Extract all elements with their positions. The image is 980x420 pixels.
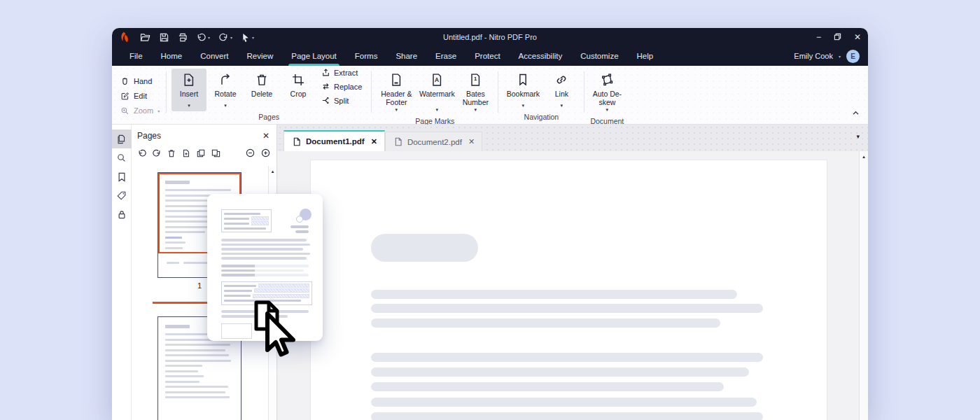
insert-page-icon <box>182 73 196 87</box>
lock-icon <box>118 210 126 219</box>
user-menu[interactable]: Emily Cook ▾ E <box>794 46 860 66</box>
menu-review[interactable]: Review <box>238 46 283 66</box>
chevron-down-icon[interactable]: ▾ <box>252 35 254 40</box>
svg-text:1: 1 <box>474 76 477 82</box>
duplicate-page-button[interactable] <box>197 148 205 160</box>
undo-button[interactable]: ▾ <box>197 33 210 42</box>
avatar[interactable]: E <box>846 50 860 63</box>
bookmark-button[interactable]: Bookmark ▾ <box>503 69 542 111</box>
insert-button[interactable]: Insert ▾ <box>172 69 206 111</box>
delete-button[interactable]: Delete <box>244 69 279 111</box>
header-footer-button[interactable]: Header & Footer ▾ <box>377 69 416 115</box>
menu-accessibility[interactable]: Accessibility <box>510 46 572 66</box>
pages-panel-title: Pages <box>137 131 161 141</box>
rotate-button[interactable]: Rotate ▾ <box>208 69 243 111</box>
scroll-up-icon[interactable]: ▴ <box>269 166 276 176</box>
drag-cursor <box>251 298 315 371</box>
scroll-up-icon[interactable]: ▴ <box>860 151 868 162</box>
undo-page-button[interactable] <box>138 148 146 160</box>
preview-line <box>221 270 304 272</box>
tab-document2[interactable]: Document2.pdf ✕ <box>385 132 482 151</box>
rotate-icon <box>218 73 232 87</box>
menu-customize[interactable]: Customize <box>571 46 627 66</box>
close-tab-icon[interactable]: ✕ <box>468 137 475 146</box>
placeholder-line <box>371 353 763 362</box>
sidebar-nav-strip <box>112 125 132 420</box>
copy-page-button[interactable] <box>211 148 220 160</box>
edit-tool-button[interactable]: Edit <box>120 92 164 101</box>
bookmarks-icon <box>118 172 126 182</box>
menu-erase[interactable]: Erase <box>426 46 465 66</box>
chevron-down-icon: ▾ <box>396 107 398 115</box>
zoom-out-thumbnails-button[interactable] <box>246 148 255 160</box>
sidebar-item-search[interactable] <box>112 148 132 167</box>
minimize-button[interactable]: − <box>816 33 821 41</box>
preview-signature-box <box>221 323 252 339</box>
extract-icon <box>321 68 330 77</box>
menu-share[interactable]: Share <box>386 46 426 66</box>
menu-forms[interactable]: Forms <box>346 46 387 66</box>
delete-page-button[interactable] <box>167 148 176 160</box>
auto-deskew-button[interactable]: Auto De-skew ▾ <box>589 69 624 115</box>
close-button[interactable]: ✕ <box>854 33 861 41</box>
menubar: File Home Convert Review Page Layout For… <box>112 46 868 66</box>
menu-convert[interactable]: Convert <box>191 46 237 66</box>
crop-button[interactable]: Crop <box>281 69 316 111</box>
menu-page-layout[interactable]: Page Layout <box>282 46 346 66</box>
menu-help[interactable]: Help <box>628 46 663 66</box>
sidebar-item-tags[interactable] <box>112 186 132 205</box>
restore-button[interactable] <box>834 33 841 42</box>
user-name: Emily Cook <box>794 52 833 60</box>
pointer-tool-button[interactable]: ▾ <box>241 33 254 42</box>
insert-page-button[interactable] <box>182 148 190 160</box>
placeholder-line <box>371 304 763 313</box>
bates-number-button[interactable]: 1 Bates Number ▾ <box>458 69 493 115</box>
titlebar: ▾ ▾ ▾ Untitled.pdf - Nitro PDF Pro − ✕ <box>112 28 868 46</box>
chevron-down-icon: ▾ <box>188 103 190 111</box>
watermark-button[interactable]: A Watermark ▾ <box>417 69 456 115</box>
redo-button[interactable]: ▾ <box>219 33 232 42</box>
sidebar-item-bookmarks[interactable] <box>112 167 132 186</box>
document-icon <box>293 137 301 146</box>
preview-logo-icon <box>296 216 303 223</box>
document-page <box>310 160 827 420</box>
replace-icon <box>321 82 330 91</box>
extract-button[interactable]: Extract <box>321 68 362 77</box>
close-panel-button[interactable]: ✕ <box>262 131 270 141</box>
preview-line <box>221 274 309 276</box>
sidebar-item-pages[interactable] <box>112 130 132 148</box>
chevron-down-icon: ▾ <box>561 103 564 111</box>
split-button[interactable]: Split <box>321 96 362 105</box>
redo-page-button[interactable] <box>153 148 161 160</box>
tags-icon <box>117 191 126 200</box>
collapse-ribbon-button[interactable] <box>852 106 860 118</box>
arrow-pointer-icon <box>267 314 293 355</box>
preview-line <box>221 244 310 246</box>
menu-home[interactable]: Home <box>152 46 192 66</box>
menu-file[interactable]: File <box>120 46 152 66</box>
viewer-scrollbar[interactable]: ▴ <box>859 151 868 420</box>
replace-button[interactable]: Replace <box>321 82 362 91</box>
zoom-tool-button[interactable]: Zoom ▾ <box>120 106 164 115</box>
save-icon[interactable] <box>160 33 169 42</box>
tab-list-dropdown[interactable]: ▾ <box>856 133 860 140</box>
placeholder-line <box>371 382 724 391</box>
split-icon <box>321 96 330 105</box>
chevron-down-icon[interactable]: ▾ <box>208 35 210 40</box>
sidebar-item-signatures[interactable] <box>112 205 132 224</box>
chevron-down-icon[interactable]: ▾ <box>230 35 232 40</box>
hand-icon <box>120 77 130 86</box>
hand-tool-button[interactable]: Hand <box>120 77 164 86</box>
print-icon[interactable] <box>178 33 188 42</box>
preview-line <box>295 230 309 233</box>
crop-icon <box>291 73 305 87</box>
open-file-icon[interactable] <box>140 33 150 42</box>
preview-line <box>290 225 309 228</box>
tab-document1[interactable]: Document1.pdf ✕ <box>284 130 385 151</box>
watermark-icon: A <box>430 73 444 87</box>
zoom-icon <box>120 106 130 115</box>
menu-protect[interactable]: Protect <box>465 46 509 66</box>
close-tab-icon[interactable]: ✕ <box>371 137 377 146</box>
zoom-in-thumbnails-button[interactable] <box>261 148 270 160</box>
link-button[interactable]: Link ▾ <box>544 69 579 111</box>
